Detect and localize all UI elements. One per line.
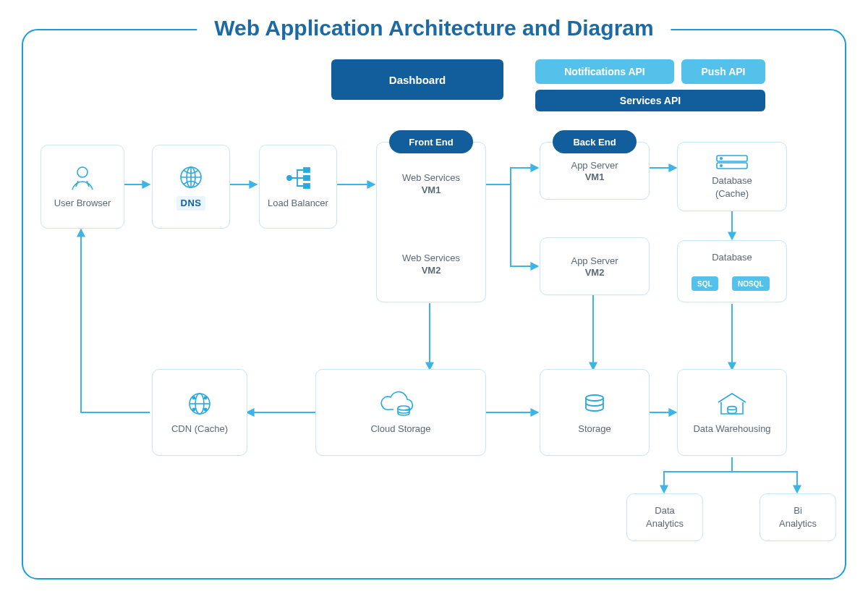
svg-point-13 — [192, 397, 195, 399]
cdn-globe-icon — [185, 389, 214, 418]
database-label: Database — [712, 251, 752, 264]
svg-point-0 — [77, 167, 88, 177]
database-node: Database — [677, 240, 787, 302]
dns-node: DNS — [152, 145, 230, 229]
svg-point-14 — [204, 397, 206, 399]
svg-point-10 — [720, 165, 722, 166]
app-server-2-label: App Server — [571, 255, 618, 268]
web-services-2-label: Web Services — [402, 252, 460, 265]
front-end-badge-label: Front End — [409, 137, 453, 148]
svg-rect-6 — [304, 184, 310, 188]
data-warehousing-node: Data Warehousing — [677, 369, 787, 456]
load-balancer-node: Load Balancer — [259, 145, 337, 229]
cdn-cache-node: CDN (Cache) — [152, 369, 247, 456]
push-api-label: Push API — [702, 66, 746, 77]
warehouse-icon — [715, 389, 749, 418]
database-cache-node: Database (Cache) — [677, 142, 787, 211]
storage-label: Storage — [578, 423, 611, 436]
storage-node: Storage — [540, 369, 650, 456]
storage-icon — [580, 389, 609, 418]
cloud-storage-icon — [380, 389, 421, 418]
cloud-storage-label: Cloud Storage — [370, 423, 430, 436]
bi-analytics-label: Bi Analytics — [779, 504, 817, 530]
data-analytics-label: Data Analytics — [646, 504, 684, 530]
back-end-badge: Back End — [553, 130, 637, 153]
globe-icon — [176, 163, 205, 192]
services-api-button: Services API — [535, 90, 765, 111]
load-balancer-icon — [284, 164, 312, 192]
svg-point-16 — [204, 409, 206, 411]
front-end-badge: Front End — [389, 130, 473, 153]
push-api-button: Push API — [681, 59, 765, 84]
database-cache-icon — [715, 153, 749, 171]
svg-point-17 — [398, 406, 409, 410]
dns-label: DNS — [176, 196, 206, 211]
user-browser-node: User Browser — [41, 145, 124, 229]
user-browser-label: User Browser — [54, 197, 111, 210]
data-analytics-node: Data Analytics — [626, 493, 703, 541]
svg-point-3 — [287, 176, 292, 180]
diagram-frame — [22, 29, 846, 580]
web-services-2-vm: VM2 — [402, 265, 460, 276]
web-services-1-label: Web Services — [402, 171, 460, 184]
app-server-1-vm: VM1 — [585, 171, 605, 182]
nosql-chip: NOSQL — [732, 276, 770, 291]
load-balancer-label: Load Balancer — [268, 197, 328, 210]
diagram-title: Web Application Architecture and Diagram — [197, 16, 671, 41]
svg-rect-5 — [304, 176, 310, 180]
cdn-cache-label: CDN (Cache) — [171, 423, 228, 436]
svg-rect-4 — [304, 168, 310, 172]
nosql-chip-label: NOSQL — [738, 280, 764, 288]
app-server-2-vm: VM2 — [585, 267, 605, 278]
notifications-api-label: Notifications API — [564, 66, 645, 77]
app-server-1-label: App Server — [571, 159, 618, 172]
user-icon — [68, 164, 97, 192]
svg-point-18 — [586, 395, 603, 401]
web-services-1-vm: VM1 — [402, 184, 460, 195]
back-end-badge-label: Back End — [573, 137, 616, 148]
bi-analytics-node: Bi Analytics — [760, 493, 836, 541]
sql-chip: SQL — [692, 276, 718, 291]
svg-point-9 — [720, 158, 722, 159]
svg-point-19 — [728, 407, 736, 410]
app-server-2-node: App Server VM2 — [540, 237, 650, 295]
svg-point-15 — [192, 409, 195, 411]
notifications-api-button: Notifications API — [535, 59, 674, 84]
services-api-label: Services API — [620, 95, 681, 106]
sql-chip-label: SQL — [697, 280, 712, 288]
dashboard-label: Dashboard — [389, 74, 446, 86]
front-end-node: Web Services VM1 Web Services VM2 — [376, 142, 486, 302]
database-cache-label: Database (Cache) — [712, 174, 752, 200]
dashboard-button: Dashboard — [331, 59, 503, 100]
cloud-storage-node: Cloud Storage — [315, 369, 486, 456]
data-warehousing-label: Data Warehousing — [693, 423, 770, 436]
